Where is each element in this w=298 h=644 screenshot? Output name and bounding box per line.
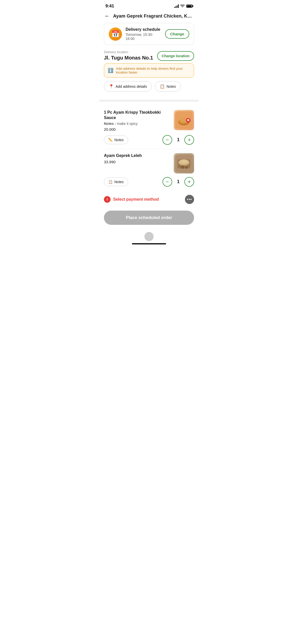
status-bar: 9:41 (99, 0, 199, 11)
item-info-2: Ayam Geprek Leleh 33.990 (104, 153, 170, 164)
qty-value-2: 1 (176, 179, 180, 184)
place-order-button[interactable]: Place scheduled order (104, 211, 194, 225)
more-options-button[interactable]: ••• (185, 195, 194, 204)
item-controls-2: 📋 Notes − 1 + (104, 177, 194, 187)
add-address-details-label: Add address details (116, 84, 147, 89)
item-info-1: 1 Pc Ayam Krispy Tteokbokki Sauce Notes … (104, 110, 170, 131)
payment-section: ! Select payment method ••• (99, 191, 199, 208)
section-divider (99, 100, 199, 102)
warning-banner: ℹ️ Add address details to help drivers f… (104, 63, 194, 78)
payment-error-icon: ! (104, 196, 111, 203)
notes-colon: : (114, 122, 117, 126)
item-row-2: Ayam Geprek Leleh 33.990 (104, 153, 194, 173)
qty-value-1: 1 (176, 137, 180, 142)
wifi-icon (180, 5, 185, 8)
item-name-1: 1 Pc Ayam Krispy Tteokbokki Sauce (104, 110, 170, 121)
battery-icon (186, 5, 193, 8)
item-notes-value-1: make it spicy (117, 122, 138, 126)
notes-icon-location: 📋 (160, 84, 165, 89)
back-button[interactable]: ← (104, 13, 110, 19)
warning-icon: ℹ️ (108, 68, 113, 73)
order-item: 1 Pc Ayam Krispy Tteokbokki Sauce Notes … (104, 106, 194, 149)
svg-point-11 (181, 165, 184, 169)
item-row-1: 1 Pc Ayam Krispy Tteokbokki Sauce Notes … (104, 110, 194, 131)
item-price-2: 33.990 (104, 160, 170, 164)
item-notes-btn-label-1: Notes (114, 138, 124, 142)
item-image-2 (174, 153, 194, 173)
notes-button-location[interactable]: 📋 Notes (155, 81, 181, 92)
notes-icon-2: 📋 (108, 180, 113, 184)
svg-point-12 (185, 166, 188, 169)
item-price-1: 20.000 (104, 127, 170, 131)
item-notes-button-2[interactable]: 📋 Notes (104, 178, 128, 186)
pin-icon: 📍 (109, 84, 114, 89)
schedule-label: Delivery schedule (126, 27, 161, 32)
add-address-details-button[interactable]: 📍 Add address details (104, 81, 152, 92)
action-buttons-row: 📍 Add address details 📋 Notes (104, 81, 194, 96)
schedule-info: Delivery schedule Tomorrow, 15:30-16:00 (126, 27, 161, 41)
item-notes-btn-label-2: Notes (114, 180, 124, 184)
qty-increase-1[interactable]: + (184, 135, 194, 145)
home-indicator (132, 243, 166, 244)
item-notes-button-1[interactable]: ✏️ Notes (104, 136, 128, 144)
item-name-2: Ayam Geprek Leleh (104, 153, 170, 158)
pencil-icon-1: ✏️ (108, 138, 113, 142)
home-area (99, 230, 199, 248)
svg-point-13 (180, 160, 187, 163)
item-notes-label-1: Notes (104, 122, 114, 126)
home-dot (144, 232, 154, 241)
notes-label-location: Notes (167, 84, 176, 89)
more-dots-icon: ••• (187, 197, 192, 202)
location-address: Jl. Tugu Monas No.1 (104, 55, 157, 61)
qty-decrease-1[interactable]: − (162, 135, 172, 145)
location-top: Delivery location Jl. Tugu Monas No.1 Ch… (104, 50, 194, 61)
qty-increase-2[interactable]: + (184, 177, 194, 187)
qty-controls-1: − 1 + (162, 135, 194, 145)
change-schedule-button[interactable]: Change (165, 29, 189, 39)
item-image-1 (174, 110, 194, 130)
svg-point-6 (187, 119, 189, 121)
warning-text: Add address details to help drivers find… (116, 67, 190, 74)
qty-controls-2: − 1 + (162, 177, 194, 187)
status-icons (174, 4, 193, 8)
page-title: Ayam Geprek Fragrant Chicken, Kebon Kac.… (113, 13, 194, 19)
location-label: Delivery location (104, 50, 157, 54)
order-item-2: Ayam Geprek Leleh 33.990 📋 Notes (104, 149, 194, 191)
header: ← Ayam Geprek Fragrant Chicken, Kebon Ka… (99, 11, 199, 23)
delivery-schedule-card: 📅 Delivery schedule Tomorrow, 15:30-16:0… (104, 23, 194, 45)
qty-decrease-2[interactable]: − (162, 177, 172, 187)
item-notes-text-1: Notes : make it spicy (104, 122, 170, 126)
status-time: 9:41 (105, 4, 114, 9)
location-info: Delivery location Jl. Tugu Monas No.1 (104, 50, 157, 61)
schedule-time: Tomorrow, 15:30-16:00 (126, 33, 161, 41)
delivery-location-section: Delivery location Jl. Tugu Monas No.1 Ch… (99, 50, 199, 100)
schedule-icon: 📅 (109, 27, 122, 41)
payment-text[interactable]: Select payment method (113, 197, 159, 202)
payment-left: ! Select payment method (104, 196, 159, 203)
place-order-section: Place scheduled order (99, 208, 199, 230)
order-items-section: 1 Pc Ayam Krispy Tteokbokki Sauce Notes … (99, 106, 199, 191)
item-controls-1: ✏️ Notes − 1 + (104, 135, 194, 145)
change-location-button[interactable]: Change location (157, 51, 194, 61)
signal-icon (174, 4, 179, 8)
